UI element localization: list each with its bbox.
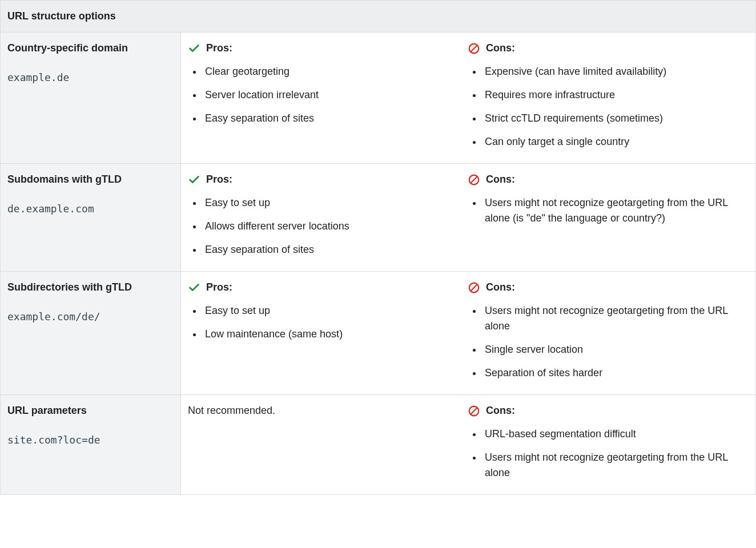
table-row: URL parameterssite.com?loc=deNot recomme… <box>1 395 755 494</box>
list-item: Expensive (can have limited availability… <box>482 64 749 79</box>
cons-label: Cons: <box>486 41 515 56</box>
table-row: Subdirectories with gTLDexample.com/de/P… <box>1 272 755 395</box>
cons-header: Cons: <box>468 280 749 295</box>
prohibit-icon <box>468 42 480 55</box>
prohibit-icon <box>468 174 480 186</box>
cons-cell: Cons:Expensive (can have limited availab… <box>461 33 755 163</box>
pros-label: Pros: <box>206 41 232 56</box>
check-icon <box>188 281 200 294</box>
list-item: Strict ccTLD requirements (sometimes) <box>482 111 749 126</box>
option-title: Subdomains with gTLD <box>7 172 174 187</box>
option-cell: Subdomains with gTLDde.example.com <box>1 164 181 271</box>
table-row: Country-specific domainexample.dePros:Cl… <box>1 33 755 164</box>
cons-header: Cons: <box>468 41 749 56</box>
pros-header: Pros: <box>188 172 454 187</box>
cons-list: Expensive (can have limited availability… <box>468 64 749 150</box>
option-title: Subdirectories with gTLD <box>7 280 174 295</box>
pros-label: Pros: <box>206 280 232 295</box>
cons-list: Users might not recognize geotargeting f… <box>468 303 749 381</box>
list-item: Separation of sites harder <box>482 365 749 381</box>
option-cell: Subdirectories with gTLDexample.com/de/ <box>1 272 181 394</box>
pros-header: Pros: <box>188 280 454 295</box>
cons-cell: Cons:URL-based segmentation difficultUse… <box>461 395 755 494</box>
list-item: Users might not recognize geotargeting f… <box>482 303 749 334</box>
pros-text: Not recommended. <box>188 403 454 418</box>
list-item: URL-based segmentation difficult <box>482 426 749 442</box>
pros-list: Clear geotargetingServer location irrele… <box>188 64 454 126</box>
cons-cell: Cons:Users might not recognize geotarget… <box>461 164 755 271</box>
table-row: Subdomains with gTLDde.example.comPros:E… <box>1 164 755 272</box>
cons-list: URL-based segmentation difficultUsers mi… <box>468 426 749 481</box>
prohibit-icon <box>468 405 480 417</box>
pros-list: Easy to set upLow maintenance (same host… <box>188 303 454 342</box>
pros-cell: Pros:Clear geotargetingServer location i… <box>181 33 461 163</box>
list-item: Users might not recognize geotargeting f… <box>482 195 749 226</box>
pros-cell: Not recommended. <box>181 395 461 494</box>
table-header-row: URL structure options <box>1 1 755 33</box>
list-item: Easy separation of sites <box>203 111 454 126</box>
table-title: URL structure options <box>1 1 755 32</box>
cons-cell: Cons:Users might not recognize geotarget… <box>461 272 755 394</box>
list-item: Server location irrelevant <box>203 87 454 103</box>
pros-cell: Pros:Easy to set upAllows different serv… <box>181 164 461 271</box>
cons-list: Users might not recognize geotargeting f… <box>468 195 749 226</box>
list-item: Clear geotargeting <box>203 64 454 79</box>
list-item: Single server location <box>482 342 749 357</box>
list-item: Easy to set up <box>203 195 454 211</box>
option-example: site.com?loc=de <box>7 432 174 448</box>
option-example: example.de <box>7 70 174 85</box>
list-item: Requires more infrastructure <box>482 87 749 103</box>
pros-cell: Pros:Easy to set upLow maintenance (same… <box>181 272 461 394</box>
check-icon <box>188 42 200 55</box>
list-item: Easy to set up <box>203 303 454 319</box>
option-title: URL parameters <box>7 403 174 418</box>
list-item: Can only target a single country <box>482 134 749 150</box>
cons-header: Cons: <box>468 403 749 418</box>
option-title: Country-specific domain <box>7 41 174 56</box>
cons-header: Cons: <box>468 172 749 187</box>
pros-header: Pros: <box>188 41 454 56</box>
prohibit-icon <box>468 281 480 294</box>
url-structure-table: URL structure options Country-specific d… <box>0 0 756 495</box>
pros-label: Pros: <box>206 172 232 187</box>
pros-list: Easy to set upAllows different server lo… <box>188 195 454 257</box>
option-cell: URL parameterssite.com?loc=de <box>1 395 181 494</box>
option-cell: Country-specific domainexample.de <box>1 33 181 163</box>
list-item: Low maintenance (same host) <box>203 327 454 342</box>
cons-label: Cons: <box>486 403 515 418</box>
list-item: Allows different server locations <box>203 219 454 234</box>
list-item: Easy separation of sites <box>203 242 454 257</box>
option-example: de.example.com <box>7 201 174 216</box>
check-icon <box>188 174 200 186</box>
cons-label: Cons: <box>486 172 515 187</box>
cons-label: Cons: <box>486 280 515 295</box>
list-item: Users might not recognize geotargeting f… <box>482 450 749 481</box>
option-example: example.com/de/ <box>7 309 174 324</box>
